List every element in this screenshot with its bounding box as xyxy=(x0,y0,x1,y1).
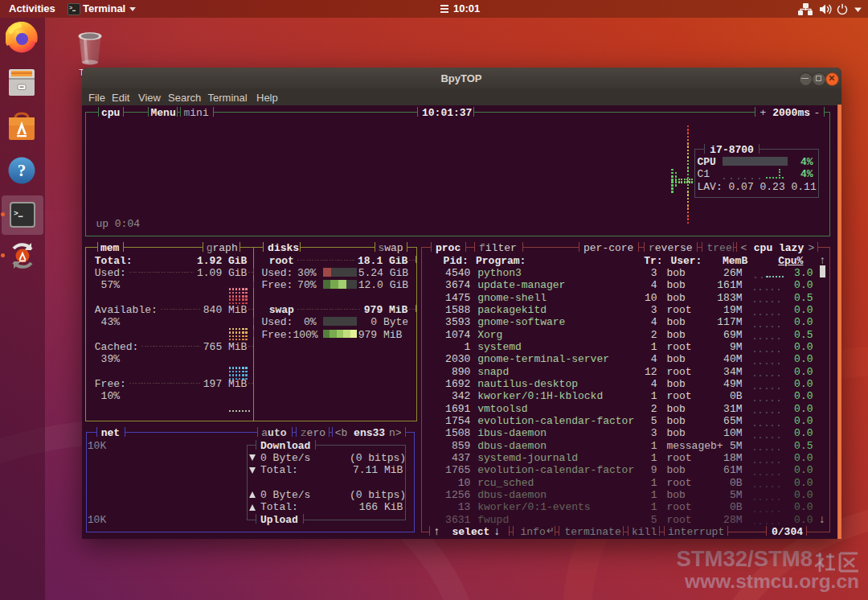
svg-text:>_: >_ xyxy=(14,209,23,218)
svg-text:?: ? xyxy=(18,161,27,180)
